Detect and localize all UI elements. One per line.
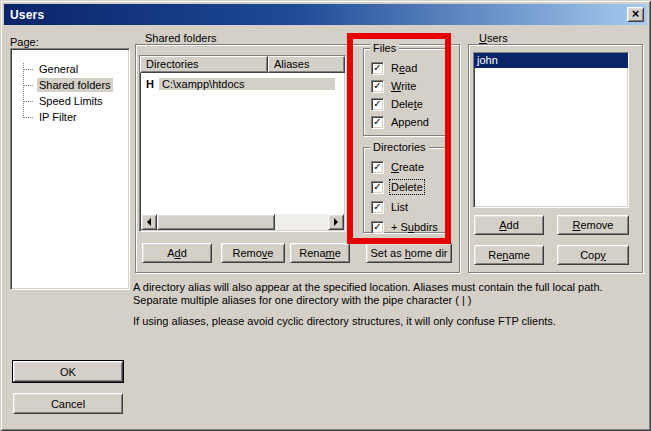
page-item-label: Speed Limits — [37, 94, 105, 108]
files-read-checkbox[interactable]: ✓ Read — [371, 61, 417, 75]
dirs-delete-checkbox[interactable]: ✓ Delete — [371, 180, 423, 194]
tree-stub — [23, 117, 33, 118]
users-list[interactable]: john — [473, 52, 629, 208]
checkbox-box: ✓ — [371, 221, 384, 234]
dirs-create-checkbox[interactable]: ✓ Create — [371, 160, 424, 174]
files-write-checkbox[interactable]: ✓ Write — [371, 79, 416, 93]
column-header-directories[interactable]: Directories — [140, 56, 268, 73]
check-icon: ✓ — [373, 182, 381, 192]
page-item-label-selected: Shared folders — [37, 78, 113, 92]
check-icon: ✓ — [373, 99, 381, 109]
check-icon: ✓ — [373, 162, 381, 172]
scroll-left-icon — [147, 218, 151, 226]
table-row[interactable]: H C:\xampp\htdocs — [141, 76, 335, 91]
checkbox-box: ✓ — [371, 181, 384, 194]
check-icon: ✓ — [373, 222, 381, 232]
users-dialog: Users × Page: General Shared folders Spe… — [0, 0, 651, 431]
check-icon: ✓ — [373, 117, 381, 127]
cancel-button[interactable]: Cancel — [13, 393, 123, 414]
set-as-home-dir-button[interactable]: Set as home dir — [366, 243, 452, 263]
directories-group-label: Directories — [370, 141, 429, 153]
remove-folder-button[interactable]: Remove — [221, 243, 285, 263]
scroll-left-button[interactable] — [141, 214, 157, 230]
scroll-right-icon — [334, 218, 338, 226]
files-group-label: Files — [370, 42, 399, 54]
table-header: Directories Aliases — [140, 56, 345, 73]
close-icon: × — [632, 6, 640, 21]
checkbox-box: ✓ — [371, 80, 384, 93]
checkbox-box: ✓ — [371, 161, 384, 174]
cyclic-note: If using aliases, please avoid cyclic di… — [133, 315, 638, 328]
add-user-button[interactable]: Add — [474, 215, 544, 235]
horizontal-scrollbar[interactable] — [141, 214, 344, 230]
home-flag: H — [146, 78, 159, 90]
add-folder-button[interactable]: Add — [142, 243, 212, 263]
check-icon: ✓ — [373, 63, 381, 73]
column-header-aliases[interactable]: Aliases — [268, 56, 345, 73]
page-item-general[interactable]: General — [11, 61, 129, 77]
rename-folder-button[interactable]: Rename — [290, 243, 350, 263]
checkbox-box: ✓ — [371, 201, 384, 214]
page-item-speed-limits[interactable]: Speed Limits — [11, 93, 129, 109]
page-list[interactable]: General Shared folders Speed Limits IP F… — [10, 48, 130, 290]
titlebar[interactable]: Users × — [4, 4, 647, 25]
page-item-label: General — [37, 62, 80, 76]
page-item-label: IP Filter — [37, 110, 79, 124]
page-item-shared-folders[interactable]: Shared folders — [11, 77, 129, 93]
page-item-ip-filter[interactable]: IP Filter — [11, 109, 129, 125]
files-delete-checkbox[interactable]: ✓ Delete — [371, 97, 423, 111]
users-group-label: Users — [476, 32, 511, 44]
tree-stub — [23, 85, 33, 86]
user-item-john[interactable]: john — [474, 53, 628, 68]
close-button[interactable]: × — [627, 7, 644, 22]
remove-user-button[interactable]: Remove — [557, 215, 629, 235]
ok-button[interactable]: OK — [13, 361, 123, 382]
rename-user-button[interactable]: Rename — [474, 245, 544, 265]
files-append-checkbox[interactable]: ✓ Append — [371, 115, 429, 129]
tree-stub — [23, 69, 33, 70]
checkbox-box: ✓ — [371, 116, 384, 129]
alias-note: A directory alias will also appear at th… — [133, 281, 638, 307]
checkbox-box: ✓ — [371, 98, 384, 111]
scroll-right-button[interactable] — [328, 214, 344, 230]
page-label: Page: — [10, 36, 39, 48]
checkbox-box: ✓ — [371, 62, 384, 75]
check-icon: ✓ — [373, 81, 381, 91]
directory-cell: C:\xampp\htdocs — [159, 78, 335, 90]
dirs-subdirs-checkbox[interactable]: ✓ + Subdirs — [371, 220, 438, 234]
tree-stub — [23, 101, 33, 102]
directories-table: Directories Aliases H C:\xampp\htdocs — [139, 55, 346, 232]
dirs-list-checkbox[interactable]: ✓ List — [371, 200, 408, 214]
window-title: Users — [10, 8, 44, 22]
scrollbar-thumb[interactable] — [157, 214, 275, 230]
copy-user-button[interactable]: Copy — [557, 245, 629, 265]
shared-folders-group-label: Shared folders — [142, 32, 220, 44]
check-icon: ✓ — [373, 202, 381, 212]
